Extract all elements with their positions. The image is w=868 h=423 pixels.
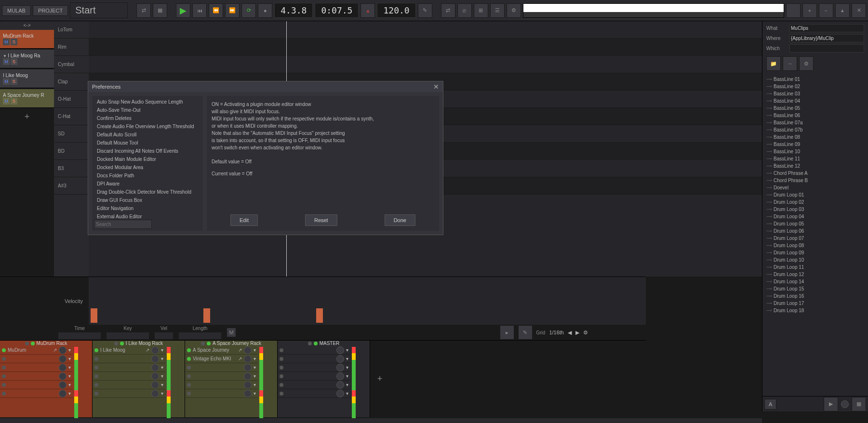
add-track-button[interactable]: + bbox=[0, 109, 54, 125]
slot-active-icon[interactable] bbox=[280, 383, 283, 387]
slot-knob[interactable] bbox=[151, 390, 159, 397]
grid-value[interactable]: 1/16th bbox=[549, 330, 564, 335]
maximize-icon[interactable]: ▴ bbox=[835, 3, 850, 18]
slot-active-icon[interactable] bbox=[94, 357, 98, 361]
pref-search-input[interactable] bbox=[94, 220, 152, 229]
slot-knob[interactable] bbox=[151, 346, 159, 354]
browser-item[interactable]: Chord Phrase B bbox=[762, 177, 868, 184]
shuffle-icon[interactable]: ⇄ bbox=[136, 3, 151, 18]
tempo-display[interactable]: 120.0 bbox=[377, 3, 415, 18]
grid-prev-icon[interactable]: ◀ bbox=[568, 330, 572, 336]
dropdown-icon[interactable]: ▾ bbox=[68, 365, 71, 370]
insert-slot[interactable]: ▾ bbox=[278, 381, 350, 389]
roll-row[interactable] bbox=[89, 21, 868, 39]
browser-panel-icon[interactable]: ▦ bbox=[852, 397, 866, 411]
slot-active-icon[interactable] bbox=[2, 357, 6, 361]
pref-item[interactable]: DPI Aware bbox=[94, 180, 201, 188]
slot-active-icon[interactable] bbox=[187, 392, 191, 396]
where-input[interactable] bbox=[789, 34, 864, 42]
list-icon[interactable]: ☰ bbox=[490, 3, 505, 18]
mute-button[interactable]: M bbox=[3, 98, 10, 105]
slot-active-icon[interactable] bbox=[280, 366, 283, 370]
m-button[interactable]: M bbox=[227, 328, 236, 337]
minimize-icon[interactable]: − bbox=[819, 3, 833, 18]
browser-item[interactable]: Drum Loop 16 bbox=[762, 292, 868, 300]
pref-item[interactable]: Editor Navigation bbox=[94, 204, 201, 212]
grid-icon[interactable]: ⊞ bbox=[474, 3, 488, 18]
browser-item[interactable]: Drum Loop 14 bbox=[762, 278, 868, 285]
browser-item[interactable]: BassLine 10 bbox=[762, 148, 868, 155]
insert-slot[interactable]: ▾ bbox=[278, 372, 350, 381]
insert-slot[interactable]: ▾ bbox=[0, 355, 73, 363]
browser-item[interactable]: Drum Loop 12 bbox=[762, 271, 868, 278]
app-menu[interactable]: MULAB bbox=[2, 5, 31, 16]
slot-active-icon[interactable] bbox=[94, 348, 98, 352]
solo-button[interactable]: S bbox=[11, 39, 17, 45]
track-item[interactable]: I Like MoogMS bbox=[0, 69, 54, 88]
dropdown-icon[interactable]: ▾ bbox=[161, 365, 163, 370]
grid-next-icon[interactable]: ▶ bbox=[575, 330, 579, 336]
slot-active-icon[interactable] bbox=[187, 366, 191, 370]
loop-icon[interactable]: ⟳ bbox=[241, 3, 256, 18]
slot-knob[interactable] bbox=[336, 364, 344, 371]
solo-button[interactable]: S bbox=[11, 78, 17, 85]
time-display[interactable]: 0:07.5 bbox=[315, 3, 359, 18]
browser-gear-icon[interactable]: ⚙ bbox=[799, 56, 814, 71]
ch-dot-icon[interactable] bbox=[314, 342, 318, 345]
dropdown-icon[interactable]: ▾ bbox=[254, 347, 256, 353]
a-button[interactable]: A bbox=[764, 399, 776, 410]
slot-knob[interactable] bbox=[244, 355, 252, 363]
insert-slot[interactable]: ▾ bbox=[278, 389, 350, 398]
sliders-icon[interactable]: ⎚ bbox=[457, 3, 472, 18]
mute-button[interactable]: M bbox=[3, 39, 10, 45]
dropdown-icon[interactable]: ▾ bbox=[68, 373, 71, 379]
browser-list[interactable]: BassLine 01BassLine 02BassLine 03BassLin… bbox=[762, 76, 868, 396]
ch-dot-icon[interactable] bbox=[31, 342, 35, 345]
insert-slot[interactable]: ▾ bbox=[185, 363, 258, 372]
insert-slot[interactable]: ▾ bbox=[0, 372, 73, 381]
browser-item[interactable]: Chord Phrase A bbox=[762, 170, 868, 177]
insert-slot[interactable]: ▾ bbox=[185, 389, 258, 398]
browser-item[interactable]: Drum Loop 08 bbox=[762, 242, 868, 249]
slot-knob[interactable] bbox=[336, 381, 344, 389]
slot-knob[interactable] bbox=[59, 390, 67, 397]
project-menu[interactable]: PROJECT bbox=[33, 5, 68, 16]
dropdown-icon[interactable]: ▾ bbox=[346, 382, 348, 387]
insert-slot[interactable]: I Like Moog↗▾ bbox=[93, 346, 165, 355]
browser-item[interactable]: Drum Loop 11 bbox=[762, 264, 868, 271]
time-input[interactable] bbox=[58, 332, 101, 340]
insert-slot[interactable]: ▾ bbox=[93, 355, 165, 363]
slot-knob[interactable] bbox=[151, 355, 159, 363]
pref-item[interactable]: Docked Modular Area bbox=[94, 163, 201, 172]
add-icon[interactable]: + bbox=[802, 3, 817, 18]
arrow-icon[interactable]: → bbox=[783, 56, 797, 71]
dropdown-icon[interactable]: ▾ bbox=[254, 382, 256, 387]
insert-slot[interactable]: ▾ bbox=[93, 363, 165, 372]
slot-active-icon[interactable] bbox=[187, 374, 191, 378]
slot-active-icon[interactable] bbox=[280, 348, 283, 352]
pref-item[interactable]: Draw GUI Focus Box bbox=[94, 196, 201, 204]
browser-item[interactable]: Drum Loop 01 bbox=[762, 191, 868, 198]
insert-slot[interactable]: Vintage Echo MKI↗▾ bbox=[185, 355, 258, 363]
browser-item[interactable]: Drum Loop 02 bbox=[762, 198, 868, 206]
browser-item[interactable]: Drum Loop 05 bbox=[762, 220, 868, 227]
browser-play-icon[interactable]: ▶ bbox=[824, 397, 838, 411]
expand-icon[interactable]: ↗ bbox=[53, 347, 57, 353]
done-button[interactable]: Done bbox=[385, 214, 415, 226]
slot-knob[interactable] bbox=[336, 390, 344, 397]
dropdown-icon[interactable]: ▾ bbox=[68, 382, 71, 387]
pref-item[interactable]: Default Auto Scroll bbox=[94, 131, 201, 139]
slot-knob[interactable] bbox=[244, 346, 252, 354]
track-item[interactable]: ▼ I Like Moog RaMS bbox=[0, 50, 54, 68]
ch-dot-icon[interactable] bbox=[207, 342, 211, 345]
track-item[interactable]: MuDrum RackMS bbox=[0, 30, 54, 49]
slot-knob[interactable] bbox=[244, 390, 252, 397]
dialog-close-button[interactable]: ✕ bbox=[433, 83, 439, 91]
roll-row[interactable] bbox=[89, 56, 868, 73]
insert-slot[interactable]: ▾ bbox=[0, 363, 73, 372]
slot-knob[interactable] bbox=[244, 381, 252, 389]
what-input[interactable] bbox=[789, 24, 864, 32]
grid-settings-icon[interactable]: ⚙ bbox=[583, 330, 588, 336]
browser-item[interactable]: Drum Loop 17 bbox=[762, 300, 868, 307]
rewind-icon[interactable]: ⏪ bbox=[209, 3, 223, 18]
